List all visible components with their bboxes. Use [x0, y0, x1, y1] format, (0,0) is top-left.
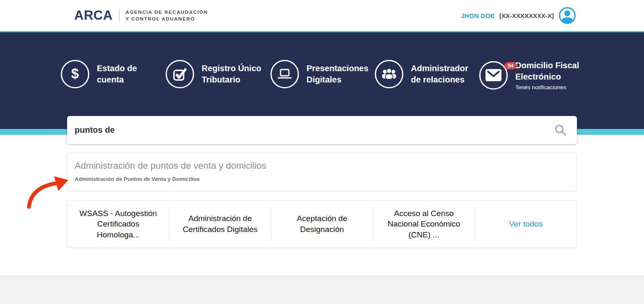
dollar-glyph: $ — [71, 66, 79, 82]
search-result-title[interactable]: Administración de puntos de venta y domi… — [75, 160, 568, 171]
checkbox-check-icon — [166, 60, 194, 88]
red-arrow-annotation — [23, 174, 71, 209]
user-avatar-icon[interactable] — [558, 7, 576, 24]
arca-portal-page: ARCA AGENCIA DE RECAUDACIÓN Y CONTROL AD… — [0, 0, 644, 304]
nav-item-registro-unico-tributario[interactable]: Registro Único Tributario — [166, 60, 265, 88]
ver-todos-link[interactable]: Ver todos — [475, 207, 576, 241]
arca-logo[interactable]: ARCA AGENCIA DE RECAUDACIÓN Y CONTROL AD… — [74, 8, 208, 23]
search-bar[interactable] — [67, 116, 577, 144]
notification-badge: 54 — [504, 62, 517, 70]
search-input[interactable] — [75, 125, 554, 135]
arca-tagline-line1: AGENCIA DE RECAUDACIÓN — [126, 10, 208, 15]
nav-item-label: Presentaciones Digitales — [306, 63, 380, 85]
quick-link-certificados-digitales[interactable]: Administración de Certificados Digitales — [169, 207, 271, 241]
nav-item-presentaciones-digitales[interactable]: Presentaciones Digitales — [270, 60, 380, 88]
nav-item-domicilio-fiscal-electronico[interactable]: 54 Domicilio Fiscal Electrónico Tenés no… — [479, 60, 582, 90]
quick-links-card: WSASS - Autogestión Certificados Homolog… — [67, 200, 577, 248]
quick-link-censo-nacional[interactable]: Acceso al Censo Nacional Económico (CNE)… — [373, 207, 475, 241]
nav-item-label: Administrador de relaciones — [411, 63, 473, 85]
search-icon[interactable] — [554, 124, 567, 137]
arca-tagline: AGENCIA DE RECAUDACIÓN Y CONTROL ADUANER… — [126, 9, 208, 22]
user-name[interactable]: JHON DOE — [461, 12, 495, 19]
logo-divider — [119, 9, 119, 22]
dollar-icon: $ — [61, 60, 89, 88]
search-result-item[interactable]: Administración de puntos de venta y domi… — [67, 152, 577, 191]
footer — [0, 276, 644, 304]
envelope-icon — [479, 61, 508, 90]
nav-item-estado-de-cuenta[interactable]: $ Estado de cuenta — [61, 60, 139, 88]
quick-link-wsass[interactable]: WSASS - Autogestión Certificados Homolog… — [68, 207, 169, 241]
arca-wordmark: ARCA — [74, 8, 113, 23]
user-menu[interactable]: JHON DOE [XX-XXXXXXXX-X] — [461, 7, 576, 24]
search-result-subtitle: Administración de Puntos de Venta y Domi… — [75, 176, 568, 182]
nav-item-label: Registro Único Tributario — [202, 63, 265, 85]
nav-item-label: Estado de cuenta — [97, 63, 139, 85]
people-group-icon — [375, 60, 403, 88]
nav-item-administrador-de-relaciones[interactable]: Administrador de relaciones — [375, 60, 473, 88]
arca-tagline-line2: Y CONTROL ADUANERO — [126, 16, 195, 21]
quick-link-aceptacion-designacion[interactable]: Aceptación de Designación — [271, 207, 373, 241]
nav-item-label: Domicilio Fiscal Electrónico — [515, 60, 582, 82]
laptop-icon — [270, 60, 299, 88]
nav-item-sublabel: Tenés notificaciones — [515, 84, 582, 90]
services-band: $ Estado de cuenta Registro Único Tribut… — [0, 32, 644, 129]
user-id: [XX-XXXXXXXX-X] — [499, 12, 554, 19]
top-header: ARCA AGENCIA DE RECAUDACIÓN Y CONTROL AD… — [0, 0, 644, 31]
